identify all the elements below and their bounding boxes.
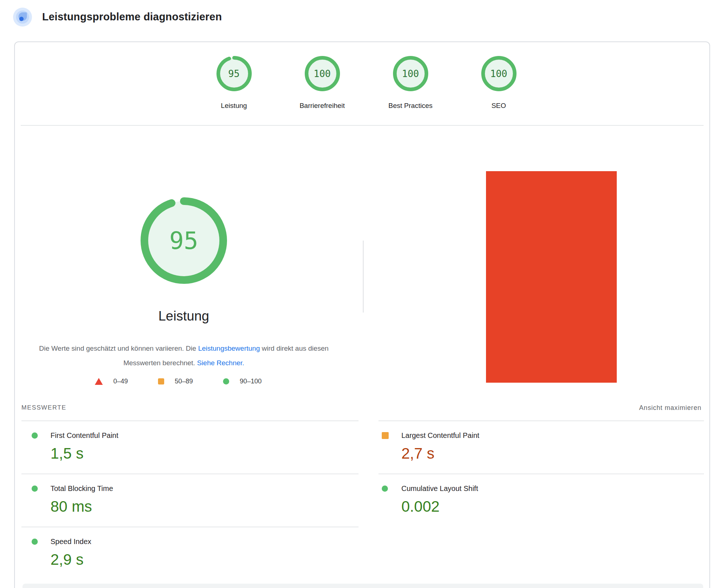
legend-marker-icon [158, 378, 164, 384]
metric-status-icon [382, 486, 388, 492]
legend-range-label: 90–100 [240, 378, 262, 385]
legend-marker-icon [223, 378, 229, 384]
score-legend: 0–49 50–89 90–100 [95, 376, 262, 386]
gauge-label: SEO [491, 102, 506, 110]
metric-status-icon [32, 539, 38, 545]
icon-center-dot [19, 17, 24, 21]
metric-status-icon [32, 432, 38, 439]
metric-row: First Contentful Paint 1,5 s [21, 421, 359, 474]
description-link[interactable]: Leistungsbewertung [198, 345, 260, 352]
pagespeed-gauge-icon [13, 8, 32, 27]
expand-view-button[interactable]: Ansicht maximieren [639, 404, 701, 412]
metric-name: Cumulative Layout Shift [401, 484, 704, 493]
performance-description: Die Werte sind geschätzt und können vari… [37, 341, 331, 370]
column-divider [363, 241, 364, 313]
gauge-label: Leistung [221, 102, 247, 110]
page: { "page": { "title": "Leistungsprobleme … [0, 0, 725, 588]
legend-item: 90–100 [223, 378, 262, 385]
performance-score: 95 [141, 197, 227, 284]
category-score-gauge[interactable]: 100 SEO [470, 56, 528, 110]
metric-name: First Contentful Paint [50, 431, 359, 440]
category-score-gauge[interactable]: 100 Barrierefreiheit [293, 56, 351, 110]
legend-range-label: 0–49 [113, 378, 128, 385]
description-link[interactable]: Siehe Rechner. [197, 359, 244, 367]
description-text: Die Werte sind geschätzt und können vari… [39, 345, 198, 352]
performance-gauge: 95 [141, 197, 227, 284]
metric-status-icon [382, 432, 389, 439]
metric-value: 0.002 [401, 498, 704, 515]
gauge-label: Barrierefreiheit [300, 102, 345, 110]
gauge-score: 100 [305, 56, 340, 91]
metrics-heading: MESSWERTE [21, 404, 66, 411]
metric-row: Cumulative Layout Shift 0.002 [378, 474, 704, 527]
gauge-score: 95 [216, 56, 252, 91]
metric-row: Largest Contentful Paint 2,7 s [378, 421, 704, 474]
performance-title: Leistung [111, 309, 256, 324]
category-score-gauge[interactable]: 100 Best Practices [381, 56, 440, 110]
legend-range-label: 50–89 [175, 378, 193, 385]
metric-value: 80 ms [50, 498, 359, 515]
legend-item: 0–49 [95, 378, 128, 385]
footer-expand-bar[interactable] [23, 584, 703, 588]
section-divider [21, 125, 704, 126]
gauge-score: 100 [393, 56, 428, 91]
legend-item: 50–89 [158, 378, 193, 385]
report-card: 95 Leistung 100 Barrierefreiheit 100 Bes… [14, 41, 710, 588]
metric-row: Total Blocking Time 80 ms [21, 474, 359, 527]
page-title: Leistungsprobleme diagnostizieren [42, 11, 222, 23]
metric-status-icon [32, 486, 38, 492]
metrics-column-right: Largest Contentful Paint 2,7 s Cumulativ… [378, 420, 704, 527]
metric-value: 2,7 s [401, 445, 704, 462]
legend-marker-icon [95, 378, 103, 385]
category-score-row: 95 Leistung 100 Barrierefreiheit 100 Bes… [205, 56, 528, 110]
metric-row: Speed Index 2,9 s [21, 527, 359, 580]
metric-value: 1,5 s [50, 445, 359, 462]
gauge-label: Best Practices [388, 102, 432, 110]
metric-name: Speed Index [50, 537, 359, 546]
gauge-score: 100 [481, 56, 517, 91]
metric-name: Largest Contentful Paint [401, 431, 704, 440]
metrics-column-left: First Contentful Paint 1,5 s Total Block… [21, 420, 359, 580]
page-screenshot-thumbnail [486, 171, 617, 383]
metric-value: 2,9 s [50, 551, 359, 568]
category-score-gauge[interactable]: 95 Leistung [205, 56, 263, 110]
metric-name: Total Blocking Time [50, 484, 359, 493]
